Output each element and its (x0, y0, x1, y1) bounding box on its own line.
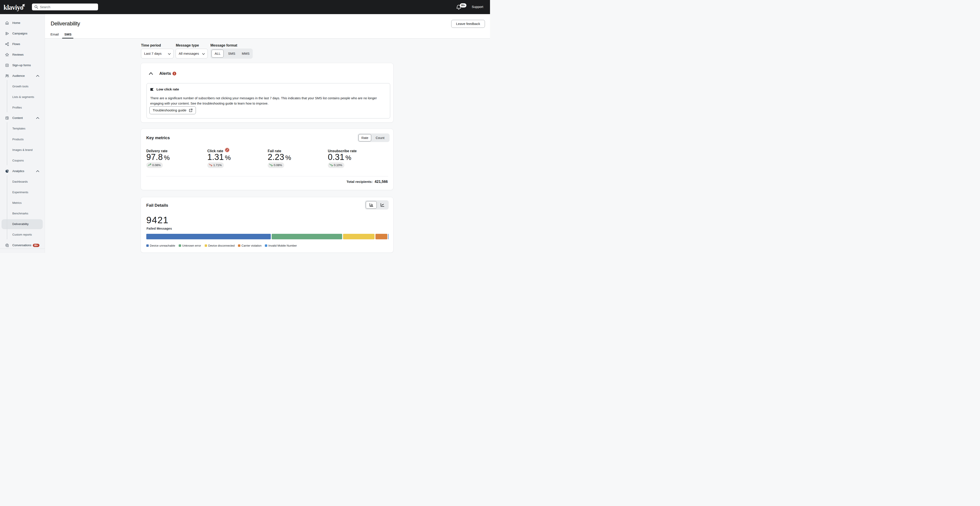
svg-text:klaviyo: klaviyo (3, 3, 23, 11)
